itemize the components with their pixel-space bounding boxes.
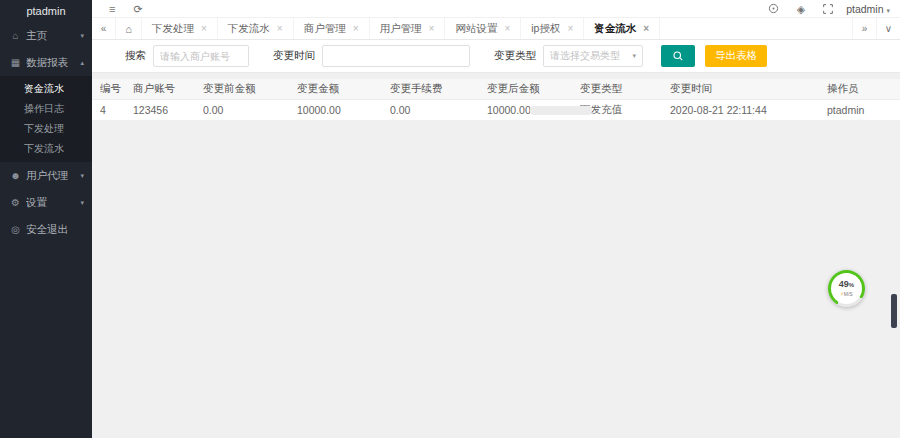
tab-用户管理[interactable]: 用户管理×: [370, 18, 446, 39]
home-tab-icon[interactable]: ⌂: [116, 18, 142, 39]
tab-label: 下发处理: [152, 22, 194, 36]
close-icon[interactable]: ×: [201, 23, 207, 34]
column-header: 变更后金额: [487, 82, 580, 96]
logout-icon: ◎: [9, 224, 22, 235]
sidebar-item-logout[interactable]: ◎安全退出: [0, 216, 92, 243]
tab-label: 商户管理: [304, 22, 346, 36]
hamburger-icon[interactable]: ≡: [100, 0, 124, 18]
sidebar-menu: ⌂主页▾▦数据报表▴资金流水操作日志下发处理下发流水☻用户代理▾⚙设置▾◎安全退…: [0, 22, 92, 243]
app-logo: ptadmin: [0, 0, 92, 22]
tab-list: 下发处理×下发流水×商户管理×用户管理×网站设置×ip授权×资金流水×: [142, 18, 852, 39]
user-icon: ☻: [9, 170, 22, 181]
topbar-right: ◈ ptadmin▾: [759, 0, 900, 18]
close-icon[interactable]: ×: [429, 23, 435, 34]
sidebar-item-label: 用户代理: [26, 169, 80, 183]
close-icon[interactable]: ×: [567, 23, 573, 34]
chevron-icon: ▾: [80, 172, 84, 180]
search-input[interactable]: [153, 45, 249, 67]
sidebar-subitem[interactable]: 操作日志: [0, 99, 92, 119]
search-label: 搜索: [125, 49, 146, 63]
tab-label: 用户管理: [380, 22, 422, 36]
home-icon: ⌂: [9, 30, 22, 41]
filter-bar: 搜索 变更时间 变更类型 请选择交易类型 ▾ 导出表格: [92, 40, 900, 73]
tab-label: ip授权: [531, 22, 560, 36]
table-cell: 4: [100, 104, 133, 116]
sidebar-item-label: 设置: [26, 196, 80, 210]
search-icon: [672, 50, 684, 62]
progress-widget-face: 49% ⚡M/S: [831, 273, 862, 304]
column-header: 变更手续费: [390, 82, 487, 96]
tabs-more-icon[interactable]: ∨: [876, 18, 900, 39]
sidebar: ptadmin ⌂主页▾▦数据报表▴资金流水操作日志下发处理下发流水☻用户代理▾…: [0, 0, 92, 438]
tabs-expand-icon[interactable]: »: [852, 18, 876, 39]
tab-商户管理[interactable]: 商户管理×: [294, 18, 370, 39]
message-icon[interactable]: [759, 3, 788, 14]
tabs-collapse-icon[interactable]: «: [92, 18, 116, 39]
topbar: ≡ ⟳ ◈ ptadmin▾: [92, 0, 900, 18]
table-cell: ptadmin: [827, 104, 900, 116]
sidebar-subitem[interactable]: 下发流水: [0, 139, 92, 159]
close-icon[interactable]: ×: [277, 23, 283, 34]
table-cell: 0.00: [390, 104, 487, 116]
table-body: 41234560.0010000.000.0010000.00下发充值2020-…: [92, 100, 900, 121]
sidebar-item-label: 安全退出: [26, 223, 84, 237]
tab-ip授权[interactable]: ip授权×: [521, 18, 584, 39]
tab-资金流水[interactable]: 资金流水×: [584, 18, 660, 39]
table-row[interactable]: 41234560.0010000.000.0010000.00下发充值2020-…: [92, 100, 900, 121]
tabbar-right: » ∨: [852, 18, 900, 39]
column-header: 操作员: [827, 82, 900, 96]
user-menu[interactable]: ptadmin▾: [842, 3, 900, 15]
progress-percent: 49%: [839, 280, 854, 290]
caret-down-icon: ▾: [886, 7, 890, 14]
refresh-icon[interactable]: ⟳: [124, 0, 151, 18]
sidebar-item-settings[interactable]: ⚙设置▾: [0, 189, 92, 216]
table-cell: 10000.00: [297, 104, 390, 116]
column-header: 商户账号: [133, 82, 203, 96]
column-header: 变更前金额: [203, 82, 297, 96]
chevron-icon: ▴: [80, 59, 84, 67]
progress-sublabel: ⚡M/S: [840, 291, 852, 297]
column-header: 变更金额: [297, 82, 390, 96]
report-icon: ▦: [9, 57, 22, 68]
tab-label: 网站设置: [455, 22, 497, 36]
sidebar-item-user-agent[interactable]: ☻用户代理▾: [0, 162, 92, 189]
sidebar-item-reports[interactable]: ▦数据报表▴: [0, 49, 92, 76]
time-label: 变更时间: [273, 49, 315, 63]
close-icon[interactable]: ×: [504, 23, 510, 34]
type-label: 变更类型: [494, 49, 536, 63]
tab-label: 资金流水: [594, 22, 636, 36]
tab-网站设置[interactable]: 网站设置×: [445, 18, 521, 39]
theme-icon[interactable]: ◈: [788, 0, 814, 18]
table-header-row: 编号商户账号变更前金额变更金额变更手续费变更后金额变更类型变更时间操作员: [92, 79, 900, 100]
sidebar-item-label: 主页: [26, 29, 80, 43]
sidebar-subitem[interactable]: 资金流水: [0, 79, 92, 99]
sidebar-subitem[interactable]: 下发处理: [0, 119, 92, 139]
main-area: ≡ ⟳ ◈ ptadmin▾ « ⌂ 下发处理×下发流水×商户管理×用户管理×网…: [92, 0, 900, 438]
gear-icon: ⚙: [9, 197, 22, 208]
close-icon[interactable]: ×: [643, 23, 649, 34]
tab-下发处理[interactable]: 下发处理×: [142, 18, 218, 39]
table-cell: 0.00: [203, 104, 297, 116]
table-cell: 下发充值: [580, 103, 670, 117]
table-cell: 123456: [133, 104, 203, 116]
fullscreen-icon[interactable]: [814, 4, 842, 14]
progress-widget[interactable]: 49% ⚡M/S: [828, 270, 865, 307]
column-header: 编号: [100, 82, 133, 96]
username: ptadmin: [846, 3, 883, 15]
table-cell: 2020-08-21 22:11:44: [670, 104, 827, 116]
chevron-icon: ▾: [80, 32, 84, 40]
type-select[interactable]: 请选择交易类型 ▾: [543, 45, 643, 67]
sidebar-item-home[interactable]: ⌂主页▾: [0, 22, 92, 49]
time-input[interactable]: [322, 45, 470, 67]
search-button[interactable]: [661, 45, 695, 67]
sidebar-item-label: 数据报表: [26, 56, 80, 70]
close-icon[interactable]: ×: [353, 23, 359, 34]
tab-label: 下发流水: [228, 22, 270, 36]
scrollbar-thumb[interactable]: [891, 294, 897, 328]
tab-下发流水[interactable]: 下发流水×: [218, 18, 294, 39]
export-button[interactable]: 导出表格: [705, 45, 767, 67]
redacted-area: [530, 106, 592, 115]
topbar-left: ≡ ⟳: [100, 0, 152, 18]
column-header: 变更类型: [580, 82, 670, 96]
chevron-down-icon: ▾: [632, 52, 636, 60]
